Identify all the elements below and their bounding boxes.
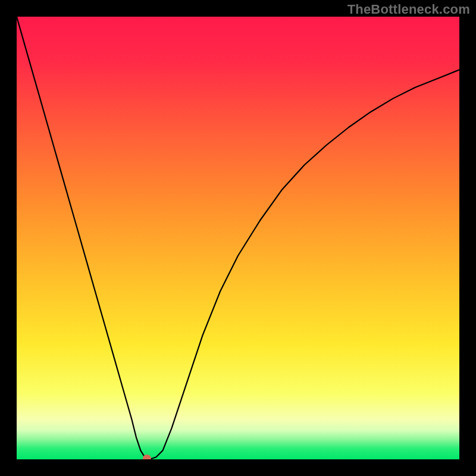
chart-curve [17, 17, 459, 459]
watermark-text: TheBottleneck.com [347, 2, 470, 17]
plot-area [17, 17, 459, 459]
chart-frame: TheBottleneck.com [0, 0, 476, 476]
